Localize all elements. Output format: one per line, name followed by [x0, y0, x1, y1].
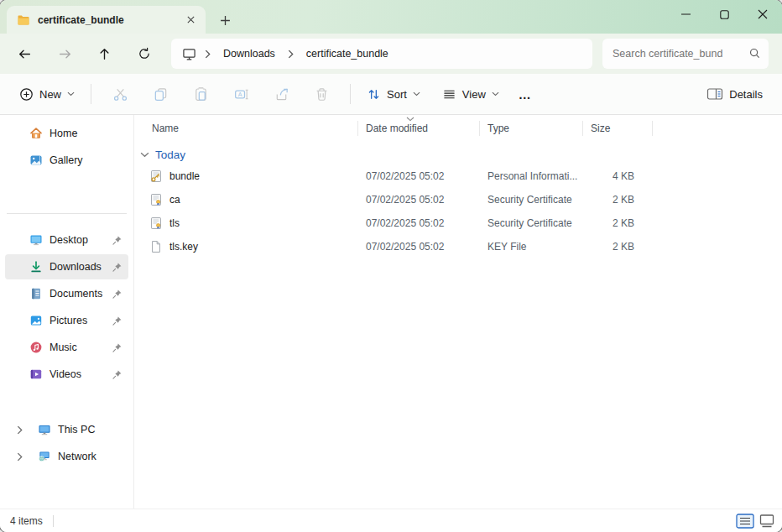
search-input[interactable] — [602, 39, 769, 69]
thumbnails-view-icon[interactable] — [759, 514, 775, 529]
sort-button[interactable]: Sort — [359, 81, 428, 107]
minimize-icon[interactable] — [666, 0, 705, 29]
details-view-icon[interactable] — [736, 514, 754, 529]
this-pc-icon — [38, 423, 51, 436]
file-date: 07/02/2025 05:02 — [357, 170, 479, 182]
sidebar-item-label: Home — [50, 128, 77, 139]
column-divider[interactable] — [357, 121, 358, 136]
sidebar-spacer — [0, 389, 133, 417]
sidebar-item-label: Network — [58, 451, 96, 462]
sidebar-item-documents[interactable]: Documents — [5, 281, 128, 306]
file-row-ca[interactable]: ca 07/02/2025 05:02 Security Certificate… — [134, 188, 782, 211]
chevron-right-icon[interactable] — [205, 50, 211, 59]
plus-circle-icon — [19, 87, 34, 102]
pin-icon — [112, 369, 123, 380]
file-type: Personal Informati... — [479, 170, 582, 182]
close-window-icon[interactable] — [743, 0, 782, 29]
svg-text:A: A — [237, 91, 242, 98]
breadcrumb-current-folder[interactable]: certificate_bundle — [302, 44, 393, 63]
file-name: tls.key — [169, 241, 198, 253]
column-header-size[interactable]: Size — [582, 123, 652, 134]
share-icon[interactable] — [263, 79, 300, 109]
refresh-icon[interactable] — [128, 39, 160, 69]
breadcrumb-downloads[interactable]: Downloads — [219, 44, 279, 63]
command-toolbar: New A Sort — [0, 74, 782, 115]
delete-icon[interactable] — [303, 79, 340, 109]
column-header-name[interactable]: Name — [134, 123, 357, 134]
tab-close-icon[interactable] — [183, 13, 198, 28]
file-type: KEY File — [479, 241, 582, 253]
file-type: Security Certificate — [479, 194, 582, 206]
group-chevron-down-icon[interactable] — [140, 152, 149, 158]
status-bar: 4 items — [0, 509, 782, 532]
security-certificate-icon — [149, 216, 163, 230]
sidebar-item-label: Downloads — [50, 261, 102, 273]
new-tab-icon[interactable] — [216, 12, 233, 29]
column-divider[interactable] — [479, 121, 480, 136]
forward-icon[interactable] — [49, 39, 81, 69]
column-divider[interactable] — [652, 121, 653, 136]
pin-icon — [112, 342, 123, 353]
security-certificate-icon — [149, 193, 163, 206]
view-button[interactable]: View — [435, 81, 507, 107]
gallery-icon — [29, 154, 43, 167]
items-count: 4 items — [10, 515, 43, 527]
column-header-type[interactable]: Type — [479, 123, 582, 134]
pin-icon — [112, 289, 123, 300]
explorer-tab[interactable]: certificate_bundle — [7, 6, 206, 34]
file-row-bundle[interactable]: bundle 07/02/2025 05:02 Personal Informa… — [134, 164, 782, 188]
documents-icon — [29, 287, 43, 300]
file-list-pane: Name Date modified Type Size Toda — [134, 115, 782, 509]
sidebar-item-desktop[interactable]: Desktop — [5, 227, 128, 253]
group-header-today[interactable]: Today — [134, 144, 782, 164]
sidebar-item-this-pc[interactable]: This PC — [5, 417, 128, 442]
status-separator — [53, 515, 54, 527]
network-icon — [38, 450, 51, 463]
paste-icon[interactable] — [182, 79, 219, 109]
file-name: bundle — [169, 170, 200, 182]
window-controls — [666, 0, 782, 29]
search-icon[interactable] — [748, 47, 761, 60]
up-icon[interactable] — [88, 39, 120, 69]
rename-icon[interactable]: A — [222, 79, 259, 109]
details-pane-button[interactable]: Details — [699, 81, 770, 107]
sidebar-item-label: Documents — [50, 288, 102, 300]
column-divider[interactable] — [582, 121, 583, 136]
copy-icon[interactable] — [142, 79, 179, 109]
file-row-tls[interactable]: tls 07/02/2025 05:02 Security Certificat… — [134, 211, 782, 235]
back-icon[interactable] — [8, 39, 40, 69]
sidebar-item-gallery[interactable]: Gallery — [5, 148, 128, 173]
videos-icon — [29, 368, 43, 381]
column-header-date-modified[interactable]: Date modified — [357, 123, 479, 134]
sidebar-item-label: Videos — [50, 368, 81, 380]
file-row-tls-key[interactable]: tls.key 07/02/2025 05:02 KEY File 2 KB — [134, 235, 782, 258]
view-button-label: View — [462, 88, 486, 101]
chevron-right-icon[interactable] — [17, 425, 25, 435]
new-button-label: New — [39, 88, 61, 101]
search-box — [602, 39, 769, 69]
more-options-icon[interactable]: … — [507, 87, 544, 102]
sidebar-item-pictures[interactable]: Pictures — [5, 308, 128, 333]
address-bar[interactable]: Downloads certificate_bundle — [171, 39, 592, 69]
file-name: ca — [169, 194, 180, 206]
sidebar-item-downloads[interactable]: Downloads — [5, 254, 128, 279]
pfx-certificate-icon — [149, 170, 163, 183]
sidebar-item-home[interactable]: Home — [5, 121, 128, 146]
new-button[interactable]: New — [12, 81, 82, 107]
sidebar-item-videos[interactable]: Videos — [5, 362, 128, 387]
details-pane-label: Details — [729, 88, 763, 101]
desktop-breadcrumb-icon — [182, 47, 196, 61]
sidebar-item-network[interactable]: Network — [5, 444, 128, 469]
content-area: Home Gallery Desktop — [0, 115, 782, 509]
file-explorer-window: certificate_bundle — [0, 0, 782, 532]
chevron-right-icon[interactable] — [288, 50, 294, 59]
sidebar-item-music[interactable]: Music — [5, 335, 128, 360]
pin-icon — [112, 316, 123, 326]
group-label: Today — [155, 149, 185, 161]
chevron-right-icon[interactable] — [17, 452, 25, 462]
column-headers: Name Date modified Type Size — [134, 117, 782, 139]
cut-icon[interactable] — [102, 79, 138, 109]
file-name: tls — [169, 217, 180, 229]
file-size: 2 KB — [582, 241, 652, 253]
maximize-icon[interactable] — [705, 0, 743, 29]
